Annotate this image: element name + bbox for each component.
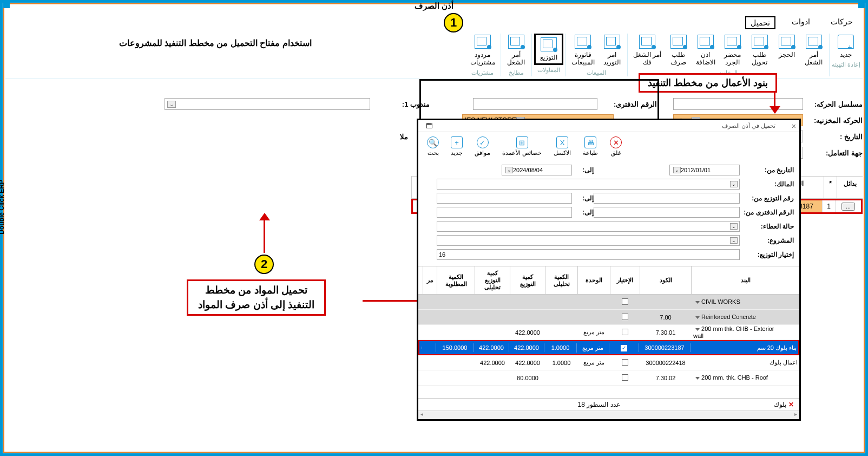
horizontal-scrollbar[interactable] [418,411,799,419]
dt-print[interactable]: 🖶طباعة [578,135,602,158]
row-count: عدد السطور 18 [577,401,620,408]
checkbox[interactable] [622,359,628,366]
menu-bar: حركات ادوات تحميل [745,16,857,29]
label-sequence: مسلسل الحركه: [803,100,863,108]
label-store-mov: الحركه المخزنيه: [803,116,863,125]
dgh-dist-anal[interactable]: كمية التوزيع تحليلى [475,266,510,294]
checkbox[interactable] [622,314,628,320]
label-book-num: الرقم الدفترى: [597,100,657,108]
ribbon-disassembly[interactable]: أمر الشغل فك [630,34,665,68]
df-dist-from-label: رقم التوزيع من: [740,194,794,202]
df-dist-to-label: إلى: [572,194,594,202]
ribbon-group-init: إعادة التهيئه [832,61,860,68]
df-date-from-label: التاريخ من: [740,166,794,174]
dt-search[interactable]: 🔍بحث [423,135,443,158]
dg-row[interactable]: Reinforced Concrete7.00 [418,310,799,325]
ribbon: جديد إعادة التهيئه أمر الشغل الحجز طلب ت… [5,34,863,79]
ribbon-distribution[interactable]: التوزيع [534,34,563,65]
label-date: التاريخ : [803,133,863,141]
ribbon-group-purchases: مشتريات [471,69,494,76]
dt-columns[interactable]: ⊞خصائص الأعمدة [498,135,546,158]
df-project-label: المشروع: [740,237,794,244]
dgh-row[interactable]: مر [423,266,437,294]
checkbox[interactable] [622,374,628,381]
label-notes: ملا [392,133,408,141]
ribbon-supply-order[interactable]: امر التوريد [599,34,625,68]
callout-box-load-materials: تحميل المواد من مخطط التنفيذ إلى أذن صرف… [187,279,326,316]
menu-movements[interactable]: حركات [826,16,857,29]
dt-close[interactable]: ✕غلق [606,135,626,158]
menu-load[interactable]: تحميل [745,16,775,29]
df-tender[interactable] [437,221,740,232]
dgh-item[interactable]: البند [691,266,799,294]
df-tender-label: حالة العطاء: [740,223,794,230]
erp-sidebar-text: Double Click ERP [0,180,5,234]
dgh-dist[interactable]: كمية التوزيع [510,266,545,294]
ribbon-issue-req[interactable]: طلب صرف [666,34,692,68]
ribbon-sales-invoice[interactable]: فاتورة المبيعات [568,34,598,68]
dg-row[interactable]: 200 mm thk. CHB - Exterior wall7.30.01مت… [418,325,799,340]
dgh-req[interactable]: الكمية المطلوبة [437,266,475,294]
connector-line [657,79,659,122]
alt-button[interactable]: ... [841,203,854,211]
dg-row[interactable]: بناء بلوك 20 سم300000223187متر مربع1.000… [418,340,799,355]
arrow-icon [774,92,775,113]
dt-ok[interactable]: ✓موافق [470,135,495,158]
load-dialog: × تحميل في أذن الصرف 🗔 🔍بحث +جديد ✓موافق… [417,119,801,421]
df-book-from-label: الرقم الدفترى من: [740,209,794,216]
callout-box-work-items: بنود الأعمال من مخطط التنفيذ [639,73,777,93]
df-dist-sel-label: إختيار التوزيع: [740,251,794,258]
checkbox[interactable] [622,298,628,305]
connector-line [419,79,421,121]
col-alt[interactable]: بدائل [837,177,863,198]
dialog-title: تحميل في أذن الصرف [432,122,792,129]
filter-item[interactable]: ✕بلوك [774,401,794,408]
ribbon-new[interactable]: جديد [833,34,859,60]
dgh-anal[interactable]: الكمية تحليلى [545,266,577,294]
checkbox[interactable] [621,345,627,351]
checkbox[interactable] [622,329,628,335]
df-book-to-label: إلى: [572,209,594,216]
menu-tools[interactable]: ادوات [787,16,814,29]
cell-star: 1 [822,200,835,212]
input-book-num[interactable] [473,98,597,110]
df-date-to[interactable]: 2024/08/04 [502,165,572,175]
ribbon-group-kitchens: مطابخ [509,69,524,76]
df-book-to[interactable] [437,207,572,218]
dgh-code[interactable]: الكود [640,266,691,294]
df-project[interactable] [437,235,740,246]
ribbon-group-sales: المبيعات [587,69,606,76]
arrow-icon [264,214,265,253]
col-star[interactable]: * [824,177,837,198]
dt-new[interactable]: +جديد [446,135,467,158]
df-owner[interactable] [437,179,740,190]
dgh-select[interactable]: الإختيار [610,266,640,294]
clear-filter-icon[interactable]: ✕ [788,401,794,408]
ribbon-transfer-req[interactable]: طلب تحويل [747,34,773,68]
ribbon-reserve[interactable]: الحجز [774,34,800,68]
dg-row[interactable]: 200 mm. thk. CHB - Roof7.30.0280.0000 [418,370,799,386]
ribbon-group-contracting: المقاولات [537,67,560,74]
ribbon-work-order-kitchen[interactable]: أمر الشغل [503,34,529,68]
df-dist-from[interactable] [594,193,740,204]
dg-row[interactable]: CIVIL WORKS [418,295,799,310]
ribbon-purchase-returns[interactable]: مردود مشتريات [467,34,498,68]
df-dist-sel[interactable]: 16 [437,249,740,260]
df-owner-label: المالك: [740,180,794,188]
df-date-from[interactable]: 2012/01/01 [669,165,740,175]
input-rep1[interactable] [165,98,370,110]
window-title: أذن الصرف [0,1,868,11]
dialog-icon: 🗔 [425,122,432,130]
df-book-from[interactable] [594,207,740,218]
dt-excel[interactable]: Xالاكسل [549,135,575,158]
ribbon-work-order[interactable]: أمر الشغل [801,34,827,68]
dialog-grid: البند الكود الإختيار الوحدة الكمية تحليل… [418,266,799,398]
dg-row[interactable]: اعمال بلوك300000222418متر مربع1.0000422.… [418,355,799,370]
input-sequence[interactable] [673,98,803,110]
ribbon-add-permit[interactable]: اذن الاضافة [693,34,719,68]
dialog-close-x[interactable]: × [792,122,796,131]
dgh-unit[interactable]: الوحدة [577,266,610,294]
ribbon-inventory-rec[interactable]: محضر الجرد [720,34,746,68]
df-dist-to[interactable] [437,193,572,204]
callout-badge-1: 1 [444,13,463,32]
